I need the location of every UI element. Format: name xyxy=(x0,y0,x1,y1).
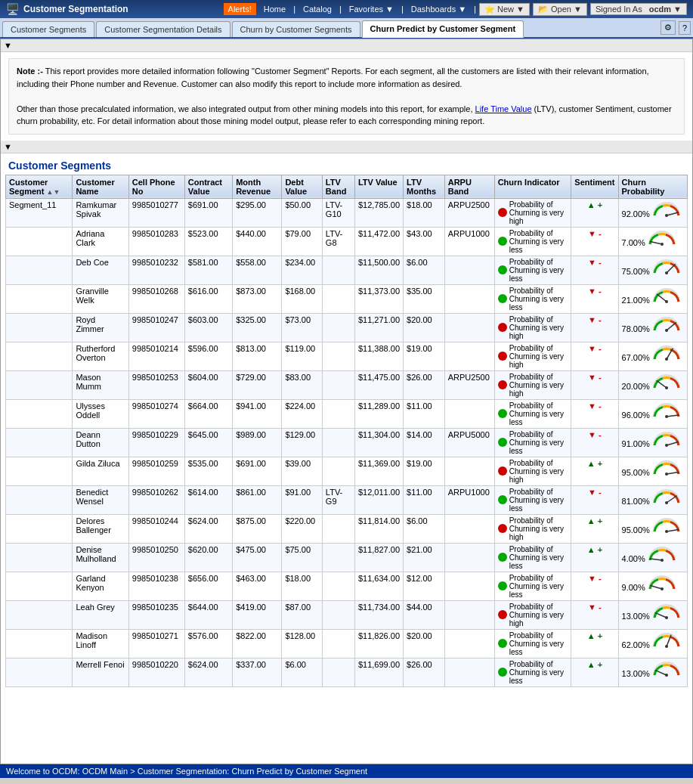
cell-sentiment: ▼ - xyxy=(571,256,618,284)
cell-debt: $50.00 xyxy=(282,198,322,227)
cell-churn-probability: 7.00% xyxy=(618,227,687,256)
churn-indicator-text: Probability of Churning is very less xyxy=(509,545,568,570)
cell-name: Adriana Clark xyxy=(73,227,128,256)
cell-name: Ulysses Oddell xyxy=(73,399,128,428)
dashboards-link[interactable]: Dashboards ▼ xyxy=(407,5,471,14)
cell-ltv-value: $11,472.00 xyxy=(354,227,403,256)
help-button[interactable]: ? xyxy=(679,21,691,35)
cell-ltv-value: $11,814.00 xyxy=(354,514,403,543)
th-customer-segment[interactable]: Customer Segment ▲▼ xyxy=(6,175,73,198)
tab-churn-predict-by-customer-segment[interactable]: Churn Predict by Customer Segment xyxy=(362,20,524,38)
churn-indicator-text: Probability of Churning is very less xyxy=(509,401,568,426)
tab-bar-actions: ⚙ ? xyxy=(661,20,691,37)
cell-debt: $91.00 xyxy=(282,485,322,514)
table-row: Deb Coe 9985010232 $581.00 $558.00 $234.… xyxy=(6,256,688,284)
cell-name: Delores Ballenger xyxy=(73,514,128,543)
th-churn-probability[interactable]: Churn Probability xyxy=(618,175,687,198)
th-ltv-value[interactable]: LTV Value xyxy=(354,175,403,198)
cell-ltv-months: $11.00 xyxy=(404,399,445,428)
cell-ltv-months: $26.00 xyxy=(404,370,445,399)
cell-name: Granville Welk xyxy=(73,284,128,313)
svg-point-15 xyxy=(665,415,668,418)
cell-ltv-value: $11,304.00 xyxy=(354,428,403,457)
th-customer-name[interactable]: Customer Name xyxy=(73,175,128,198)
cell-churn-indicator: Probability of Churning is very less xyxy=(494,572,571,600)
cell-ltv-months: $20.00 xyxy=(404,313,445,342)
th-ltv-band[interactable]: LTV Band xyxy=(322,175,354,198)
open-button[interactable]: 📂 Open ▼ xyxy=(533,3,587,16)
note-text2: Other than those precalculated informati… xyxy=(17,103,676,128)
cell-contract: $624.00 xyxy=(184,514,232,543)
cell-contract: $576.00 xyxy=(184,629,232,658)
cell-segment xyxy=(6,658,73,686)
alert-button[interactable]: Alerts! xyxy=(224,3,256,15)
tab-customer-segments[interactable]: Customer Segments xyxy=(2,21,94,37)
cell-churn-indicator: Probability of Churning is very high xyxy=(494,342,571,370)
home-link[interactable]: Home xyxy=(259,5,290,14)
tab-customer-segmentation-details[interactable]: Customer Segmentation Details xyxy=(96,21,230,37)
cell-segment xyxy=(6,600,73,629)
cell-contract: $604.00 xyxy=(184,370,232,399)
cell-phone: 9985010274 xyxy=(128,399,184,428)
signed-in-button[interactable]: Signed In As ocdm ▼ xyxy=(590,3,687,15)
th-debt-value[interactable]: Debt Value xyxy=(282,175,322,198)
tab-churn-by-customer-segments[interactable]: Churn by Customer Segments xyxy=(232,21,360,37)
th-ltv-months[interactable]: LTV Months xyxy=(404,175,445,198)
cell-contract: $656.00 xyxy=(184,572,232,600)
cell-churn-indicator: Probability of Churning is very less xyxy=(494,629,571,658)
cell-ltv-value: $11,699.00 xyxy=(354,658,403,686)
favorites-link[interactable]: Favorites ▼ xyxy=(345,5,398,14)
cell-ltv-value: $12,785.00 xyxy=(354,198,403,227)
cell-segment xyxy=(6,370,73,399)
note-section: Note :- This report provides more detail… xyxy=(8,58,685,135)
ltv-link[interactable]: Life Time Value xyxy=(475,104,532,113)
cell-sentiment: ▼ - xyxy=(571,313,618,342)
table-row: Denise Mulholland 9985010250 $620.00 $47… xyxy=(6,543,688,572)
cell-ltv-value: $11,369.00 xyxy=(354,457,403,485)
cell-name: Garland Kenyon xyxy=(73,572,128,600)
svg-point-33 xyxy=(665,674,668,677)
svg-line-8 xyxy=(667,322,676,330)
cell-churn-indicator: Probability of Churning is very high xyxy=(494,370,571,399)
cell-arpu-band xyxy=(444,600,494,629)
th-arpu-band[interactable]: ARPU Band xyxy=(444,175,494,198)
cell-month-rev: $813.00 xyxy=(233,342,282,370)
cell-contract: $535.00 xyxy=(184,457,232,485)
th-contract-value[interactable]: Contract Value xyxy=(184,175,232,198)
churn-dot xyxy=(498,352,507,361)
th-churn-indicator[interactable]: Churn Indicator xyxy=(494,175,571,198)
svg-point-21 xyxy=(665,501,668,504)
cell-sentiment: ▲ + xyxy=(571,457,618,485)
cell-debt: $18.00 xyxy=(282,572,322,600)
cell-contract: $603.00 xyxy=(184,313,232,342)
svg-line-4 xyxy=(667,264,675,272)
cell-contract: $523.00 xyxy=(184,227,232,256)
cell-sentiment: ▲ + xyxy=(571,543,618,572)
settings-button[interactable]: ⚙ xyxy=(661,20,676,35)
cell-churn-indicator: Probability of Churning is very less xyxy=(494,284,571,313)
th-cell-phone-no[interactable]: Cell Phone No xyxy=(128,175,184,198)
cell-churn-indicator: Probability of Churning is very high xyxy=(494,313,571,342)
table-row: Benedict Wensel 9985010262 $614.00 $861.… xyxy=(6,485,688,514)
collapse-bar-top[interactable]: ▼ xyxy=(1,39,692,52)
cell-sentiment: ▼ - xyxy=(571,370,618,399)
cell-ltv-band: LTV-G9 xyxy=(322,485,354,514)
collapse-bar-section[interactable]: ▼ xyxy=(1,141,692,153)
note-text1: This report provides more detailed infor… xyxy=(17,67,649,88)
catalog-link[interactable]: Catalog xyxy=(299,5,336,14)
new-button[interactable]: ⭐ New ▼ xyxy=(479,3,530,16)
cell-segment xyxy=(6,227,73,256)
th-sentiment[interactable]: Sentiment xyxy=(571,175,618,198)
churn-dot xyxy=(498,581,507,590)
cell-contract: $645.00 xyxy=(184,428,232,457)
cell-arpu-band xyxy=(444,572,494,600)
cell-segment xyxy=(6,342,73,370)
cell-phone: 9985010271 xyxy=(128,629,184,658)
cell-phone: 9985010220 xyxy=(128,658,184,686)
th-month-revenue[interactable]: Month Revenue xyxy=(233,175,282,198)
cell-ltv-band xyxy=(322,629,354,658)
churn-dot xyxy=(498,265,507,274)
svg-point-23 xyxy=(665,530,668,533)
cell-ltv-band: LTV-G8 xyxy=(322,227,354,256)
svg-line-24 xyxy=(650,559,662,560)
